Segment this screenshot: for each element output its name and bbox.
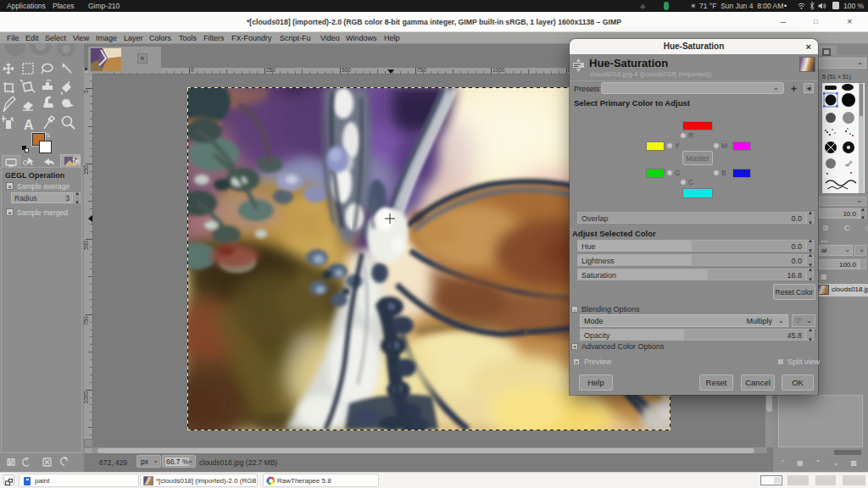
svg-text:Text: Text	[844, 158, 854, 168]
svg-text:A: A	[24, 118, 34, 132]
